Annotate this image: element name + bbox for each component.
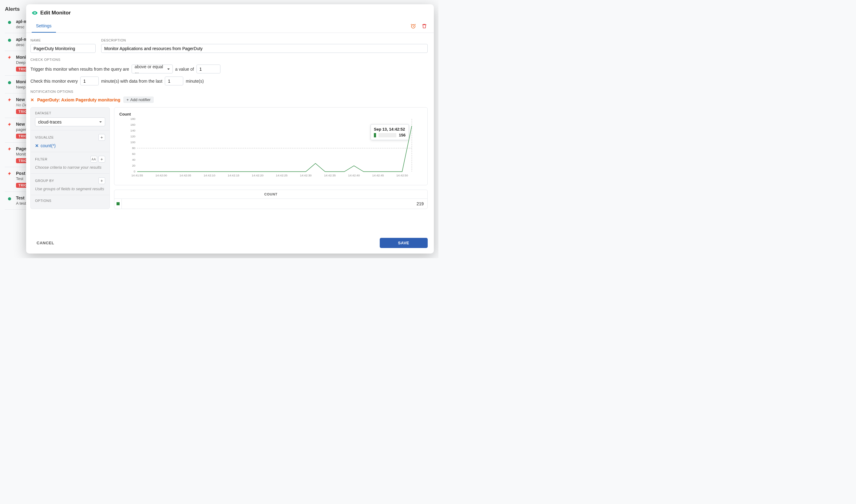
check-options-label: CHECK OPTIONS xyxy=(31,58,428,61)
save-button[interactable]: SAVE xyxy=(380,238,428,248)
minutes-suffix: minute(s) xyxy=(186,79,203,84)
svg-text:14:42:45: 14:42:45 xyxy=(372,174,384,177)
groupby-label: GROUP BY xyxy=(35,179,54,182)
name-label: NAME xyxy=(31,38,96,42)
count-table: COUNT 219 xyxy=(114,190,428,209)
svg-text:20: 20 xyxy=(132,164,135,167)
dataset-value: cloud-traces xyxy=(38,120,61,124)
svg-text:14:42:35: 14:42:35 xyxy=(324,174,336,177)
svg-text:14:42:25: 14:42:25 xyxy=(276,174,288,177)
svg-text:120: 120 xyxy=(130,134,136,138)
status-dot-icon xyxy=(8,81,11,84)
visualize-label: VISUALIZE xyxy=(35,136,54,139)
svg-text:180: 180 xyxy=(130,118,136,121)
add-notifier-button[interactable]: + Add notifier xyxy=(123,96,154,103)
modal-title: Edit Monitor xyxy=(40,10,71,16)
bolt-icon xyxy=(7,172,11,175)
svg-text:14:42:10: 14:42:10 xyxy=(203,174,216,177)
eye-icon xyxy=(32,10,38,16)
svg-text:14:42:30: 14:42:30 xyxy=(300,174,312,177)
svg-text:80: 80 xyxy=(132,146,135,150)
visualize-chip-label: count(*) xyxy=(40,143,56,148)
options-label: OPTIONS xyxy=(35,199,51,202)
check-prefix: Check this monitor every xyxy=(31,79,78,84)
groupby-hint: Use groups of fields to segment results xyxy=(35,186,105,191)
tooltip-value: 156 xyxy=(399,133,406,137)
filter-label: FILTER xyxy=(35,157,47,161)
add-groupby-button[interactable]: + xyxy=(99,177,105,184)
check-interval-input[interactable] xyxy=(80,76,99,86)
visualize-chip[interactable]: ✕ count(*) xyxy=(35,143,56,148)
filter-hint: Choose criteria to narrow your results xyxy=(35,165,105,169)
svg-text:40: 40 xyxy=(132,158,135,161)
notification-options-label: NOTIFICATION OPTIONS xyxy=(31,90,428,93)
caret-down-icon xyxy=(167,67,170,72)
series-color-swatch xyxy=(117,202,120,205)
remove-chip-icon[interactable]: ✕ xyxy=(35,143,39,148)
count-header: COUNT xyxy=(114,190,427,199)
svg-text:60: 60 xyxy=(132,152,135,156)
delete-button[interactable] xyxy=(422,23,427,29)
description-input[interactable] xyxy=(101,44,428,53)
add-filter-button[interactable]: + xyxy=(99,156,105,163)
plus-icon: + xyxy=(126,97,129,102)
chart-tooltip: Sep 13, 14:42:52 156 xyxy=(371,124,409,140)
dataset-label: DATASET xyxy=(35,111,51,115)
notifier-chip[interactable]: PagerDuty: Axiom Pagerduty monitoring xyxy=(37,97,120,102)
caret-down-icon xyxy=(99,120,102,124)
svg-text:14:42:00: 14:42:00 xyxy=(156,174,167,177)
series-color-swatch xyxy=(374,133,376,137)
svg-text:14:41:55: 14:41:55 xyxy=(131,174,143,177)
snooze-button[interactable] xyxy=(410,23,416,29)
value-prefix: a value of xyxy=(175,67,194,72)
threshold-input[interactable] xyxy=(196,65,220,73)
table-row: 219 xyxy=(114,199,427,209)
alarm-clock-icon xyxy=(410,23,416,29)
svg-text:160: 160 xyxy=(130,123,136,126)
edit-monitor-modal: Edit Monitor Settings NAME xyxy=(26,4,434,254)
comparator-value: above or equal … xyxy=(135,64,164,74)
chart-area: Count 02040608010012014016018014:41:5514… xyxy=(114,107,428,185)
page-title: Alerts xyxy=(5,6,20,12)
status-dot-icon xyxy=(8,39,11,42)
description-label: DESCRIPTION xyxy=(101,38,428,42)
lookback-input[interactable] xyxy=(165,76,183,86)
dataset-select[interactable]: cloud-traces xyxy=(35,118,105,126)
bolt-icon xyxy=(7,122,11,125)
add-notifier-label: Add notifier xyxy=(130,97,151,102)
trigger-text-prefix: Trigger this monitor when results from t… xyxy=(31,67,129,72)
bolt-icon xyxy=(7,55,11,58)
name-input[interactable] xyxy=(31,44,96,53)
svg-text:14:42:50: 14:42:50 xyxy=(396,174,408,177)
bolt-icon xyxy=(7,98,11,101)
svg-text:14:42:40: 14:42:40 xyxy=(348,174,360,177)
query-builder-panel: DATASET cloud-traces VISUALIZE + ✕ xyxy=(31,107,110,209)
svg-text:140: 140 xyxy=(130,129,136,132)
svg-text:0: 0 xyxy=(134,169,136,173)
svg-text:14:42:15: 14:42:15 xyxy=(228,174,240,177)
tooltip-date: Sep 13, 14:42:52 xyxy=(374,127,406,131)
bolt-icon xyxy=(7,147,11,150)
svg-text:100: 100 xyxy=(130,141,136,144)
comparator-select[interactable]: above or equal … xyxy=(131,65,173,73)
chart-title: Count xyxy=(119,112,423,116)
remove-notifier-button[interactable]: ✕ xyxy=(31,97,34,102)
case-toggle-button[interactable]: Aa xyxy=(90,156,97,163)
trash-icon xyxy=(422,23,427,29)
svg-text:14:42:20: 14:42:20 xyxy=(252,174,264,177)
svg-text:14:42:05: 14:42:05 xyxy=(180,174,192,177)
add-visualize-button[interactable]: + xyxy=(99,134,105,141)
cancel-button[interactable]: CANCEL xyxy=(37,241,54,245)
status-dot-icon xyxy=(8,21,11,24)
tab-settings[interactable]: Settings xyxy=(32,20,56,33)
status-dot-icon xyxy=(8,197,11,200)
minutes-with-data: minute(s) with data from the last xyxy=(101,79,162,84)
count-value: 219 xyxy=(122,201,427,206)
